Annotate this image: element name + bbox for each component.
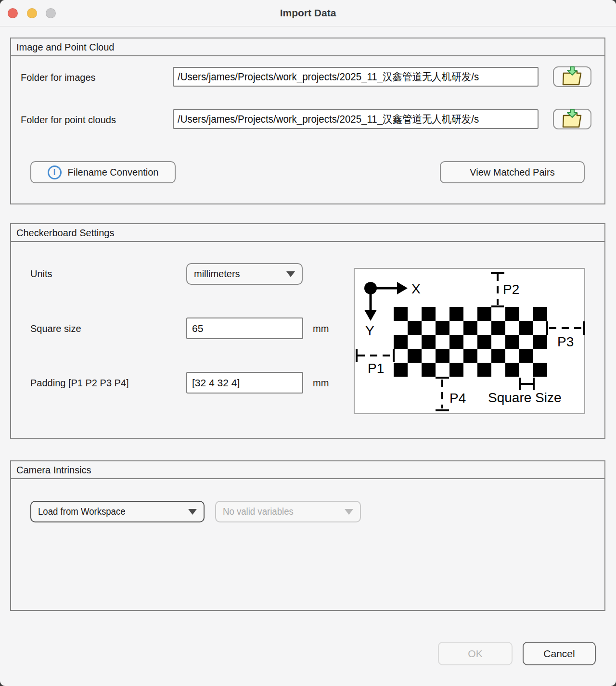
p3-label: P3 (557, 334, 574, 349)
camera-intrinsics-section: Camera Intrinsics Load from Workspace No… (10, 460, 605, 611)
p4-label: P4 (449, 391, 466, 406)
folder-pointclouds-label: Folder for point clouds (21, 114, 116, 126)
padding-input[interactable] (186, 372, 303, 394)
p1-label: P1 (368, 361, 384, 376)
window-title: Import Data (0, 0, 616, 26)
chevron-down-icon (188, 509, 197, 515)
units-label: Units (30, 268, 52, 279)
folder-images-input[interactable]: /Users/james/Projects/work_projects/2025… (173, 67, 539, 87)
chevron-down-icon (345, 509, 353, 515)
workspace-variables-dropdown: No valid variables (215, 501, 361, 522)
filename-convention-button[interactable]: i Filename Convention (30, 161, 176, 183)
ok-button-label: OK (468, 648, 482, 660)
browse-pointclouds-folder-button[interactable] (553, 109, 591, 129)
filename-convention-label: Filename Convention (68, 167, 159, 178)
padding-label: Padding [P1 P2 P3 P4] (30, 378, 129, 389)
units-dropdown-value: millimeters (194, 268, 240, 279)
section-title-checkerboard: Checkerboard Settings (11, 224, 604, 242)
units-dropdown[interactable]: millimeters (186, 263, 303, 285)
folder-images-label: Folder for images (21, 72, 96, 83)
y-axis-label: Y (365, 323, 374, 338)
folder-images-path: /Users/james/Projects/work_projects/2025… (178, 70, 479, 84)
x-axis-label: X (411, 281, 421, 296)
browse-images-folder-button[interactable] (553, 66, 591, 87)
ok-button: OK (438, 642, 513, 665)
titlebar: Import Data (0, 0, 616, 26)
square-size-label: Square size (30, 323, 81, 334)
folder-import-icon (561, 108, 583, 130)
checkerboard-settings-section: Checkerboard Settings Units millimeters … (10, 223, 605, 439)
view-matched-pairs-label: View Matched Pairs (470, 167, 554, 178)
chevron-down-icon (286, 271, 295, 277)
folder-pointclouds-input[interactable]: /Users/james/Projects/work_projects/2025… (173, 109, 539, 129)
cancel-button[interactable]: Cancel (523, 642, 596, 665)
folder-pointclouds-path: /Users/james/Projects/work_projects/2025… (178, 112, 479, 127)
cancel-button-label: Cancel (543, 648, 575, 660)
workspace-variables-value: No valid variables (223, 506, 294, 517)
image-point-cloud-section: Image and Point Cloud Folder for images … (10, 38, 605, 204)
diagram-annotations: X Y P2 P3 P1 (355, 269, 586, 415)
square-size-unit: mm (313, 323, 329, 334)
p2-label: P2 (503, 282, 519, 297)
section-title-image-point-cloud: Image and Point Cloud (11, 38, 604, 56)
section-title-camera-intrinsics: Camera Intrinsics (11, 461, 604, 479)
square-size-input[interactable] (186, 318, 303, 339)
checkerboard-diagram: X Y P2 P3 P1 (354, 268, 585, 414)
intrinsics-source-dropdown[interactable]: Load from Workspace (30, 501, 205, 522)
info-icon: i (48, 165, 62, 179)
folder-import-icon (561, 66, 583, 88)
padding-unit: mm (313, 378, 329, 389)
import-data-dialog: Import Data Image and Point Cloud Folder… (0, 0, 616, 686)
view-matched-pairs-button[interactable]: View Matched Pairs (440, 161, 585, 183)
intrinsics-source-value: Load from Workspace (38, 506, 126, 517)
square-size-annotation: Square Size (488, 390, 562, 405)
